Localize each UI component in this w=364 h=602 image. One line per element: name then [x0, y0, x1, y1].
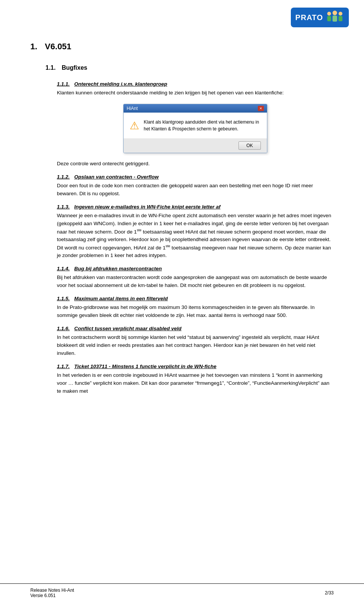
warning-icon: ⚠ — [130, 119, 139, 132]
logo-box: PRATO — [291, 8, 349, 27]
dialog-body: ⚠ Klant als klantgroep aanduiden dient v… — [124, 113, 267, 138]
footer-left: Release Notes Hi-Ant Versie 6.051 — [30, 588, 74, 598]
item-1-1-1-title: Onterecht melding i.v.m. klantengroep — [74, 81, 167, 87]
item-1-1-1-conclusion: Deze controle werd onterecht getriggerd. — [57, 160, 334, 168]
svg-point-0 — [327, 12, 331, 16]
svg-point-4 — [339, 12, 342, 16]
logo-text: PRATO — [295, 13, 323, 22]
item-1-1-6-body: In het contractscherm wordt bij sommige … — [57, 334, 334, 357]
item-1-1-3-body: Wanneer je een e-mailadres invult in de … — [57, 212, 334, 260]
item-1-1-4: 1.1.4. Bug bij afdrukken mastercontracte… — [57, 266, 334, 290]
bugfixes-heading: 1.1. Bugfixes — [46, 64, 334, 76]
item-1-1-4-body: Bij het afdrukken van mastercontracten w… — [57, 274, 334, 290]
item-1-1-5-body: In de Prato-gridbrowse was het mogelijk … — [57, 304, 334, 320]
item-1-1-6-number: 1.1.6. — [57, 326, 70, 331]
item-1-1-5-number: 1.1.5. — [57, 296, 70, 301]
svg-rect-1 — [327, 16, 331, 21]
item-1-1-1-intro: Klanten kunnen onterecht onderstaande me… — [57, 89, 334, 97]
item-1-1-1: 1.1.1. Onterecht melding i.v.m. klanteng… — [57, 81, 334, 168]
item-1-1-6: 1.1.6. Conflict tussen verplicht maar di… — [57, 326, 334, 357]
item-1-1-2-body: Door een fout in de code kon men contrac… — [57, 182, 334, 198]
dialog-title: HiAnt — [127, 106, 138, 111]
item-1-1-3-sup2: ste — [166, 244, 170, 248]
item-1-1-4-number: 1.1.4. — [57, 266, 70, 271]
dialog-ok-button[interactable]: OK — [238, 141, 261, 150]
section-number: 1. — [30, 42, 37, 52]
dialog-footer: OK — [124, 138, 267, 153]
dialog-message: Klant als klantgroep aanduiden dient via… — [144, 119, 261, 132]
logo-icon — [325, 11, 344, 24]
item-1-1-3-sup1: ste — [137, 228, 141, 232]
svg-rect-5 — [339, 16, 342, 21]
item-1-1-2: 1.1.2. Opslaan van contracten - Overflow… — [57, 174, 334, 198]
item-1-1-3-number: 1.1.3. — [57, 204, 70, 210]
section-title: V6.051 — [45, 42, 71, 52]
item-1-1-2-title: Opslaan van contracten - Overflow — [74, 174, 159, 180]
item-1-1-5: 1.1.5. Maximum aantal items in een filte… — [57, 296, 334, 320]
bugfixes-title: Bugfixes — [62, 64, 88, 71]
item-1-1-4-title: Bug bij afdrukken mastercontracten — [74, 266, 162, 271]
item-1-1-1-number: 1.1.1. — [57, 81, 70, 87]
svg-rect-3 — [333, 16, 337, 22]
item-1-1-7: 1.1.7. Ticket 103711 - Minstens 1 functi… — [57, 364, 334, 395]
page: PRATO 1. V6.051 1.1. Bugfixes — [0, 0, 364, 602]
item-1-1-5-title: Maximum aantal items in een filterveld — [74, 296, 168, 301]
item-1-1-3-title: Ingeven nieuw e-mailadres in WN-Fiche kn… — [74, 204, 221, 210]
dialog-box: HiAnt ✕ ⚠ Klant als klantgroep aanduiden… — [123, 104, 267, 153]
logo-figures — [325, 11, 344, 24]
dialog-close-button[interactable]: ✕ — [258, 106, 264, 111]
item-1-1-7-title: Ticket 103711 - Minstens 1 functie verpl… — [74, 364, 217, 369]
logo-area: PRATO — [291, 8, 349, 27]
footer-right: 2/33 — [325, 590, 334, 596]
section-heading: 1. V6.051 — [30, 38, 334, 61]
item-1-1-3: 1.1.3. Ingeven nieuw e-mailadres in WN-F… — [57, 204, 334, 260]
footer-bar: Release Notes Hi-Ant Versie 6.051 2/33 — [0, 583, 364, 602]
item-1-1-6-title: Conflict tussen verplicht maar disabled … — [74, 326, 182, 331]
item-1-1-2-number: 1.1.2. — [57, 174, 70, 180]
svg-point-2 — [333, 11, 337, 15]
item-1-1-7-number: 1.1.7. — [57, 364, 70, 369]
subsection-bugfixes: 1.1. Bugfixes 1.1.1. Onterecht melding i… — [46, 64, 334, 395]
dialog-titlebar: HiAnt ✕ — [124, 104, 267, 113]
bugfixes-number: 1.1. — [46, 64, 56, 71]
item-1-1-7-body: In het verleden is er een controle ingeb… — [57, 372, 334, 395]
